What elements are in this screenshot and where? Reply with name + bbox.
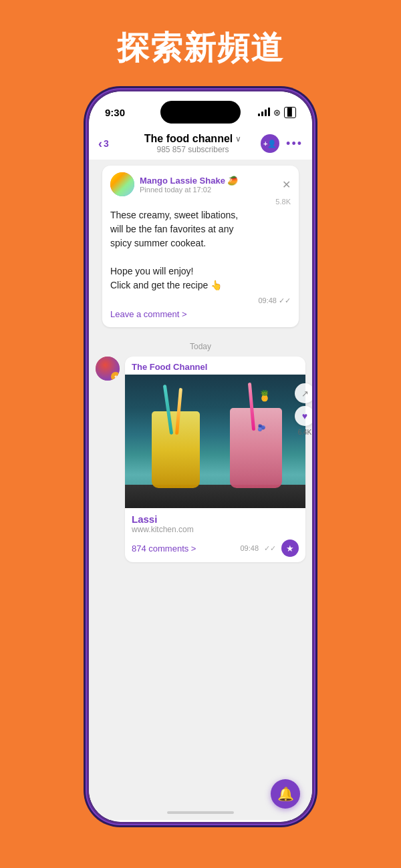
- post-container: ★ The Food Channel: [89, 357, 312, 562]
- home-indicator: [167, 811, 234, 814]
- page-title: 探索新頻道: [117, 27, 284, 69]
- post-avatar: ★: [96, 357, 120, 381]
- subscriber-count: 985 857 subscribers: [125, 145, 261, 154]
- share-button[interactable]: ↗: [295, 383, 312, 403]
- pinned-channel-name: Mango Lassie Shake 🥭: [140, 176, 277, 186]
- signal-icon: [258, 108, 270, 116]
- pineapple-icon: 🍍: [258, 389, 271, 402]
- bell-icon: 🔔: [277, 786, 294, 802]
- more-button[interactable]: •••: [286, 137, 303, 151]
- add-user-button[interactable]: +👤: [261, 134, 279, 153]
- like-count: 6.4K: [298, 429, 312, 436]
- channel-header: ‹ 3 The food channel ∨ 985 857 subscribe…: [89, 128, 312, 160]
- berry-icon: 🫐: [257, 424, 265, 431]
- glass-yellow: [152, 411, 200, 488]
- pinned-section: Mango Lassie Shake 🥭 Pinned today at 17:…: [89, 166, 312, 337]
- chevron-left-icon: ‹: [98, 137, 102, 151]
- float-actions: ↗ ♥ 6.4K: [295, 383, 312, 436]
- bell-fab[interactable]: 🔔: [271, 779, 300, 809]
- header-center: The food channel ∨ 985 857 subscribers: [125, 133, 261, 154]
- post-time: 09:48: [240, 544, 259, 552]
- star-button[interactable]: ★: [281, 539, 299, 557]
- dropdown-arrow-icon[interactable]: ∨: [235, 134, 241, 144]
- pinned-avatar: [110, 172, 134, 196]
- post-footer: 874 comments > 09:48 ✓✓ ★: [125, 537, 305, 562]
- back-button[interactable]: ‹ 3: [98, 137, 125, 151]
- heart-icon: ♥: [302, 411, 307, 421]
- post-link-title[interactable]: Lassi: [132, 513, 299, 525]
- pinned-body: These creamy, sweet libations, will be t…: [110, 208, 291, 292]
- pinned-views: 5.8K: [275, 198, 291, 206]
- glass-pink: 🍍: [230, 408, 282, 488]
- pinned-message: Mango Lassie Shake 🥭 Pinned today at 17:…: [102, 166, 299, 327]
- like-button[interactable]: ♥: [295, 406, 312, 426]
- pinned-subtitle: Pinned today at 17:02: [140, 186, 277, 194]
- chat-area: Mango Lassie Shake 🥭 Pinned today at 17:…: [89, 160, 312, 820]
- phone-mockup: 9:30 ⊛ ▊ ‹: [87, 89, 314, 824]
- date-separator: Today: [89, 337, 312, 357]
- phone-frame: 9:30 ⊛ ▊ ‹: [87, 89, 314, 824]
- status-time: 9:30: [105, 107, 125, 118]
- phone-screen: 9:30 ⊛ ▊ ‹: [89, 91, 312, 822]
- post-link-section: Lassi www.kitchen.com: [125, 508, 305, 537]
- status-icons: ⊛ ▊: [258, 107, 296, 118]
- read-checkmark-icon: ✓✓: [279, 296, 291, 305]
- wifi-icon: ⊛: [273, 107, 281, 118]
- dynamic-island: [160, 101, 241, 124]
- pinned-time-row: 09:48 ✓✓: [110, 296, 291, 305]
- post-link-url: www.kitchen.com: [132, 525, 299, 534]
- pinned-header: Mango Lassie Shake 🥭 Pinned today at 17:…: [110, 172, 291, 196]
- comments-button[interactable]: 874 comments >: [132, 544, 196, 554]
- post-image: 🍍 🫐: [125, 375, 305, 508]
- share-icon: ↗: [301, 389, 309, 399]
- channel-name-row: The food channel ∨: [125, 133, 261, 145]
- pinned-title-row: Mango Lassie Shake 🥭 Pinned today at 17:…: [140, 176, 277, 194]
- post-channel-name: The Food Channel: [125, 357, 305, 375]
- channel-name: The food channel: [144, 133, 233, 145]
- pinned-close-button[interactable]: ✕: [282, 178, 291, 191]
- leave-comment-button[interactable]: Leave a comment >: [110, 305, 291, 320]
- page-background: 探索新頻道 9:30 ⊛: [0, 0, 401, 868]
- battery-icon: ▊: [284, 107, 296, 118]
- post-bubble: The Food Channel: [125, 357, 305, 562]
- back-count: 3: [104, 138, 109, 149]
- star-badge-icon: ★: [111, 372, 120, 381]
- post-checkmark-icon: ✓✓: [264, 544, 276, 553]
- header-actions: +👤 •••: [261, 134, 303, 153]
- add-user-icon: +👤: [263, 140, 277, 148]
